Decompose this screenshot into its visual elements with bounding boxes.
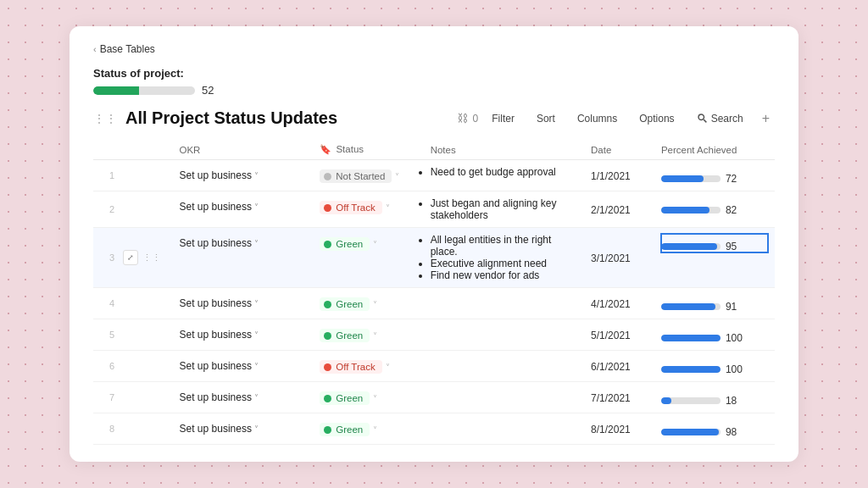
table-body: 1⋮⋮Set up business ˅Not Started ˅Need to…	[93, 160, 775, 445]
table-row[interactable]: 3⤢⋮⋮Set up business ˅Green ˅All legal en…	[93, 228, 775, 288]
progress-fill	[93, 86, 139, 95]
table-row[interactable]: 8⋮⋮Set up business ˅Green ˅8/1/202198	[93, 413, 775, 445]
expand-row-button[interactable]: ⤢	[123, 250, 138, 265]
row-drag-icon: ⋮⋮	[123, 202, 145, 217]
row-meta-cell: ⋮⋮	[121, 413, 172, 445]
status-dropdown-icon[interactable]: ˅	[373, 394, 377, 403]
row-drag-icon: ⋮⋮	[123, 422, 145, 436]
notes-cell	[424, 288, 584, 319]
status-content: Off Track ˅	[320, 197, 416, 214]
status-content: Green ˅	[320, 388, 416, 405]
okr-label: Set up business	[180, 423, 252, 435]
percent-bar-bg	[661, 366, 721, 373]
options-button[interactable]: Options	[631, 109, 682, 128]
status-label: Status of project:	[93, 67, 775, 80]
status-dropdown-icon[interactable]: ˅	[373, 300, 377, 309]
status-badge[interactable]: Off Track	[320, 360, 381, 374]
okr-dropdown-icon[interactable]: ˅	[254, 330, 259, 340]
okr-label: Set up business	[180, 297, 252, 309]
percent-bar-bg	[661, 207, 721, 214]
notes-list: Need to get budge approval	[431, 166, 577, 178]
status-dot-icon	[324, 301, 331, 308]
percent-content: 100	[661, 325, 768, 344]
note-item: Find new vendor for ads	[431, 269, 577, 281]
row-number: 6	[93, 351, 121, 382]
okr-dropdown-icon[interactable]: ˅	[254, 362, 259, 371]
back-arrow: ‹	[93, 44, 97, 54]
table-row[interactable]: 2⋮⋮Set up business ˅Off Track ˅Just bega…	[93, 191, 775, 228]
okr-content: Set up business ˅	[180, 388, 307, 403]
okr-cell: Set up business ˅	[173, 288, 314, 319]
okr-dropdown-icon[interactable]: ˅	[254, 239, 259, 248]
status-badge[interactable]: Off Track	[320, 201, 381, 214]
percent-cell: 91	[654, 288, 775, 319]
status-content: Green ˅	[320, 294, 416, 311]
row-number: 8	[93, 413, 121, 445]
status-dropdown-icon[interactable]: ˅	[395, 172, 399, 181]
table-row[interactable]: 6⋮⋮Set up business ˅Off Track ˅6/1/20211…	[93, 351, 775, 382]
percent-bar-fill	[661, 335, 721, 341]
col-notes-header: Notes	[424, 140, 584, 160]
table-row[interactable]: 5⋮⋮Set up business ˅Green ˅5/1/2021100	[93, 319, 775, 351]
row-meta-cell: ⋮⋮	[121, 160, 172, 191]
status-badge[interactable]: Green	[320, 423, 370, 436]
link-count: 0	[473, 113, 479, 125]
percent-content: 100	[661, 357, 768, 375]
okr-label: Set up business	[180, 391, 252, 403]
search-button[interactable]: Search	[688, 109, 752, 128]
status-cell: Green ˅	[313, 413, 423, 445]
progress-bar	[93, 86, 195, 95]
percent-value: 98	[726, 426, 737, 438]
note-item: Need to get budge approval	[431, 166, 577, 178]
date-cell: 6/1/2021	[584, 351, 654, 382]
status-badge[interactable]: Green	[320, 297, 370, 311]
okr-dropdown-icon[interactable]: ˅	[254, 299, 259, 308]
toolbar: ⋮⋮ All Project Status Updates ⛓ 0 Filter…	[93, 108, 775, 128]
row-actions: ⤢⋮⋮	[123, 250, 170, 265]
okr-dropdown-icon[interactable]: ˅	[254, 202, 259, 212]
columns-button[interactable]: Columns	[569, 109, 626, 128]
status-badge[interactable]: Green	[320, 237, 370, 251]
status-cell: Off Track ˅	[313, 191, 423, 228]
status-dropdown-icon[interactable]: ˅	[373, 240, 377, 249]
okr-dropdown-icon[interactable]: ˅	[254, 171, 259, 180]
okr-cell: Set up business ˅	[173, 351, 314, 382]
percent-content: 98	[661, 419, 768, 438]
notes-list: Just began and aligning key stakeholders	[431, 197, 577, 221]
status-cell: Green ˅	[313, 228, 423, 288]
status-content: Green ˅	[320, 234, 416, 251]
table-row[interactable]: 1⋮⋮Set up business ˅Not Started ˅Need to…	[93, 160, 775, 191]
status-badge[interactable]: Green	[320, 391, 370, 405]
filter-button[interactable]: Filter	[483, 109, 523, 128]
status-dropdown-icon[interactable]: ˅	[386, 363, 390, 372]
okr-dropdown-icon[interactable]: ˅	[254, 424, 259, 434]
status-badge[interactable]: Not Started	[320, 169, 392, 183]
link-icon: ⛓	[457, 112, 468, 125]
status-label-text: Green	[336, 299, 363, 309]
status-dropdown-icon[interactable]: ˅	[373, 425, 377, 435]
okr-content: Set up business ˅	[180, 234, 307, 249]
status-content: Not Started ˅	[320, 166, 416, 183]
notes-cell: All legal entities in the right place.Ex…	[424, 228, 584, 288]
status-dropdown-icon[interactable]: ˅	[386, 203, 390, 213]
status-badge[interactable]: Green	[320, 329, 370, 342]
percent-cell: 100	[654, 319, 775, 351]
col-percent-header: Percent Achieved	[654, 140, 775, 160]
notes-cell	[424, 382, 584, 413]
percent-bar-bg	[661, 335, 721, 341]
percent-content: 72	[661, 166, 768, 185]
percent-value: 82	[726, 204, 737, 216]
status-dropdown-icon[interactable]: ˅	[373, 331, 377, 341]
breadcrumb-link[interactable]: Base Tables	[100, 43, 155, 55]
percent-cell: 100	[654, 351, 775, 382]
add-column-button[interactable]: +	[757, 109, 775, 128]
sort-button[interactable]: Sort	[528, 109, 564, 128]
status-label-text: Off Track	[336, 202, 375, 213]
percent-bar-fill	[661, 243, 718, 250]
notes-cell: Just began and aligning key stakeholders	[424, 191, 584, 228]
okr-content: Set up business ˅	[180, 357, 307, 372]
table-row[interactable]: 7⋮⋮Set up business ˅Green ˅7/1/202118	[93, 382, 775, 413]
okr-dropdown-icon[interactable]: ˅	[254, 393, 259, 402]
table-row[interactable]: 4⋮⋮Set up business ˅Green ˅4/1/202191	[93, 288, 775, 319]
percent-bar-bg	[661, 175, 721, 182]
